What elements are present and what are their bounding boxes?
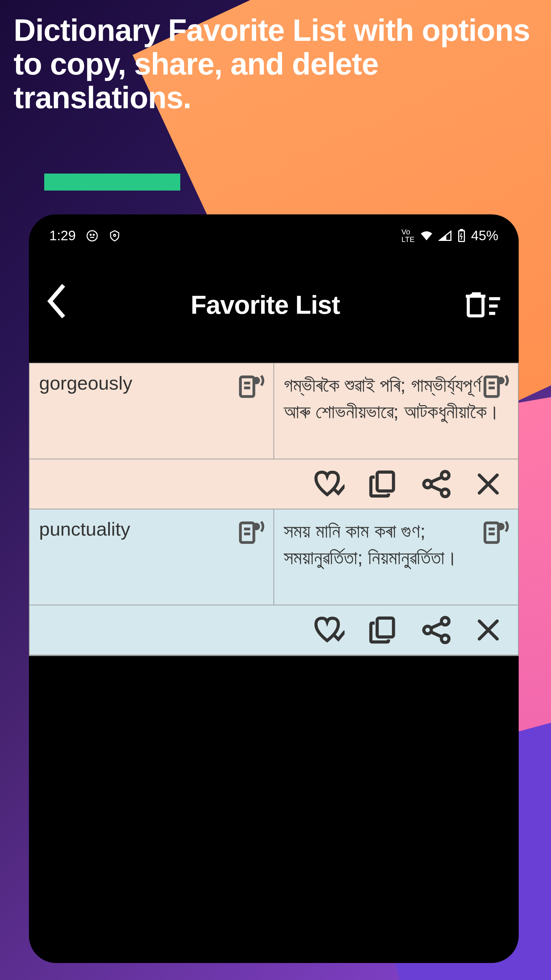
svg-point-13 <box>253 377 260 385</box>
speak-source-button[interactable] <box>237 369 267 401</box>
accent-bar <box>44 173 180 191</box>
delete-button[interactable] <box>475 617 501 643</box>
svg-point-17 <box>497 377 505 385</box>
copy-button[interactable] <box>368 469 397 498</box>
share-button[interactable] <box>421 469 452 498</box>
translation-cell: গম্ভীৰকৈ শুৱাই পৰি; গাম্ভীৰ্য্যপূৰ্ণ আৰু… <box>274 363 518 459</box>
network-type: VoLTE <box>401 228 414 243</box>
svg-point-1 <box>90 234 91 235</box>
svg-point-33 <box>497 523 505 530</box>
app-header: Favorite List <box>29 250 519 363</box>
svg-point-29 <box>253 523 260 530</box>
delete-all-button[interactable] <box>457 289 508 321</box>
speak-translation-button[interactable] <box>481 515 512 547</box>
svg-line-23 <box>430 486 442 491</box>
source-word: punctuality <box>39 518 130 540</box>
speak-source-button[interactable] <box>237 515 267 547</box>
svg-point-35 <box>441 617 449 625</box>
list-item: punctuality সময় মানি কাম কৰা গুণ; সময়া… <box>30 509 518 655</box>
marketing-headline: Dictionary Favorite List with options to… <box>14 14 551 115</box>
translation-text: সময় মানি কাম কৰা গুণ; সময়ানুৱৰ্তিতা; ন… <box>284 520 457 568</box>
svg-point-37 <box>441 635 449 643</box>
battery-icon <box>457 229 466 243</box>
svg-point-36 <box>424 626 431 633</box>
signal-icon <box>438 229 452 243</box>
source-word-cell: punctuality <box>30 509 274 605</box>
svg-rect-34 <box>377 618 394 637</box>
status-time: 1:29 <box>49 228 76 243</box>
source-word-cell: gorgeously <box>30 363 274 459</box>
item-actions <box>30 605 518 655</box>
copy-button[interactable] <box>368 616 397 644</box>
share-button[interactable] <box>421 616 452 644</box>
wifi-icon <box>420 229 433 243</box>
svg-point-3 <box>114 234 116 236</box>
svg-point-20 <box>424 480 431 488</box>
translation-text: গম্ভীৰকৈ শুৱাই পৰি; গাম্ভীৰ্য্যপূৰ্ণ আৰু… <box>284 374 500 422</box>
svg-point-21 <box>441 489 449 496</box>
svg-line-22 <box>430 477 442 482</box>
phone-frame: 1:29 VoLTE 45% Favorite List <box>29 215 519 963</box>
translation-cell: সময় মানি কাম কৰা গুণ; সময়ানুৱৰ্তিতা; ন… <box>274 509 518 605</box>
speak-translation-button[interactable] <box>481 369 512 401</box>
svg-rect-5 <box>460 229 463 231</box>
favorite-button[interactable] <box>312 616 345 644</box>
source-word: gorgeously <box>39 372 132 394</box>
delete-button[interactable] <box>475 471 501 497</box>
face-icon <box>86 230 98 242</box>
back-button[interactable] <box>39 284 73 325</box>
battery-percent: 45% <box>471 228 498 243</box>
status-bar: 1:29 VoLTE 45% <box>29 215 519 250</box>
svg-point-19 <box>441 472 449 479</box>
shield-icon <box>108 230 121 242</box>
svg-rect-6 <box>468 296 483 316</box>
page-title: Favorite List <box>191 290 340 320</box>
favorite-list: gorgeously গম্ভীৰকৈ শুৱাই পৰি; গাম্ভীৰ্য… <box>29 363 519 656</box>
favorite-button[interactable] <box>312 469 345 498</box>
item-actions <box>30 460 518 509</box>
list-item: gorgeously গম্ভীৰকৈ শুৱাই পৰি; গাম্ভীৰ্য… <box>30 363 518 509</box>
svg-point-0 <box>87 231 97 241</box>
svg-point-2 <box>93 234 94 235</box>
svg-line-38 <box>430 623 442 628</box>
svg-line-39 <box>430 632 442 637</box>
svg-rect-18 <box>377 472 394 491</box>
